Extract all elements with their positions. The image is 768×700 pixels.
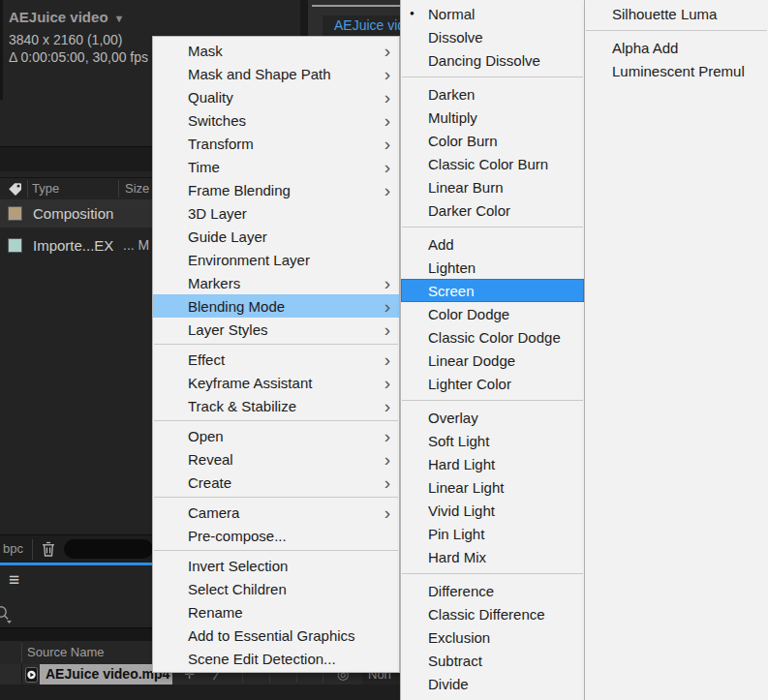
blend-item-overlay[interactable]: Overlay	[401, 406, 584, 429]
blend-item-add[interactable]: Add	[401, 232, 584, 256]
submenu-arrow-icon: ›	[384, 427, 390, 445]
menu-item-invert-selection[interactable]: Invert Selection	[153, 554, 399, 577]
project-row-type: Importe...EX	[33, 231, 113, 259]
menu-item-label: Create	[188, 474, 384, 491]
blend-item-luminescent-premul[interactable]: Luminescent Premul	[585, 59, 768, 82]
menu-item-pre-compose[interactable]: Pre-compose...	[153, 524, 399, 547]
after-effects-screenshot: AEJuice video▼ 3840 x 2160 (1,00) Δ 0:00…	[0, 0, 768, 700]
blend-item-hard-light[interactable]: Hard Light	[401, 452, 584, 475]
blend-item-multiply[interactable]: Multiply	[401, 106, 584, 129]
menu-item-markers[interactable]: Markers›	[153, 271, 399, 294]
menu-item-label: Scene Edit Detection...	[188, 651, 391, 667]
search-icon[interactable]	[0, 604, 14, 625]
blend-item-darken[interactable]: Darken	[401, 82, 584, 106]
menu-item-mask-and-shape-path[interactable]: Mask and Shape Path›	[153, 62, 399, 85]
viewer-tab[interactable]: AEJuice vid	[323, 15, 400, 36]
menu-item-label: Overlay	[428, 410, 576, 426]
hamburger-menu-icon[interactable]: ≡	[9, 569, 19, 591]
radio-dot-icon: ●	[410, 2, 415, 25]
menu-item-label: Silhouette Luma	[612, 6, 760, 22]
menu-item-scene-edit-detection[interactable]: Scene Edit Detection...	[153, 647, 399, 670]
menu-item-track-stabilize[interactable]: Track & Stabilize›	[153, 394, 399, 417]
blend-item-soft-light[interactable]: Soft Light	[401, 429, 584, 452]
trash-icon[interactable]	[41, 540, 56, 558]
blend-item-exclusion[interactable]: Exclusion	[401, 625, 584, 649]
blend-item-hard-mix[interactable]: Hard Mix	[401, 545, 584, 568]
menu-item-add-to-essential-graphics[interactable]: Add to Essential Graphics	[153, 624, 399, 647]
menu-separator	[402, 76, 583, 77]
menu-item-mask[interactable]: Mask›	[153, 39, 399, 62]
blend-item-vivid-light[interactable]: Vivid Light	[401, 499, 584, 522]
menu-item-label: Screen	[428, 283, 576, 299]
label-tag-icon[interactable]	[7, 181, 23, 198]
blend-item-subtract[interactable]: Subtract	[401, 649, 584, 672]
menu-item-label: Subtract	[428, 653, 576, 669]
menu-item-label: Reveal	[188, 451, 384, 468]
menu-item-guide-layer[interactable]: Guide Layer	[153, 225, 399, 248]
blend-item-dissolve[interactable]: Dissolve	[401, 25, 584, 48]
source-name-label: Source Name	[27, 641, 104, 664]
blend-item-classic-color-dodge[interactable]: Classic Color Dodge	[401, 325, 584, 349]
blend-item-screen[interactable]: Screen	[401, 279, 584, 302]
viewer-tab-label: AEJuice vid	[334, 17, 400, 33]
menu-item-switches[interactable]: Switches›	[153, 108, 399, 132]
blend-item-color-dodge[interactable]: Color Dodge	[401, 302, 584, 325]
blend-item-linear-burn[interactable]: Linear Burn	[401, 175, 584, 198]
submenu-arrow-icon: ›	[384, 473, 390, 492]
blend-item-lighter-color[interactable]: Lighter Color	[401, 372, 584, 395]
menu-item-layer-styles[interactable]: Layer Styles›	[153, 318, 399, 341]
blend-item-color-burn[interactable]: Color Burn	[401, 129, 584, 152]
column-divider[interactable]	[118, 180, 119, 198]
column-header-size[interactable]: Size	[125, 178, 149, 199]
menu-separator	[154, 344, 398, 345]
column-divider	[21, 643, 22, 662]
menu-item-label: Vivid Light	[428, 502, 576, 519]
menu-item-label: Keyframe Assistant	[188, 375, 384, 391]
bpc-label[interactable]: bpc	[3, 535, 23, 563]
menu-item-blending-mode[interactable]: Blending Mode›	[153, 294, 399, 318]
blend-item-divide[interactable]: Divide	[401, 672, 584, 695]
menu-item-effect[interactable]: Effect›	[153, 348, 399, 371]
menu-item-label: Alpha Add	[612, 40, 760, 56]
blend-item-linear-dodge[interactable]: Linear Dodge	[401, 349, 584, 372]
column-header-type[interactable]: Type	[32, 178, 59, 199]
menu-item-rename[interactable]: Rename	[153, 600, 399, 624]
column-divider[interactable]	[27, 180, 28, 198]
menu-item-label: Hard Light	[428, 456, 576, 472]
blend-item-linear-light[interactable]: Linear Light	[401, 475, 584, 499]
blend-item-normal[interactable]: ●Normal	[401, 2, 584, 25]
blend-item-pin-light[interactable]: Pin Light	[401, 522, 584, 545]
blend-item-darker-color[interactable]: Darker Color	[401, 198, 584, 222]
blend-item-difference[interactable]: Difference	[401, 579, 584, 602]
menu-item-create[interactable]: Create›	[153, 471, 399, 494]
blend-item-classic-difference[interactable]: Classic Difference	[401, 602, 584, 625]
menu-item-quality[interactable]: Quality›	[153, 85, 399, 108]
submenu-arrow-icon: ›	[384, 135, 390, 153]
menu-item-time[interactable]: Time›	[153, 155, 399, 178]
label-color-swatch[interactable]	[8, 206, 22, 221]
menu-item-transform[interactable]: Transform›	[153, 132, 399, 155]
menu-item-frame-blending[interactable]: Frame Blending›	[153, 178, 399, 201]
menu-item-select-children[interactable]: Select Children	[153, 577, 399, 600]
menu-item-open[interactable]: Open›	[153, 424, 399, 447]
menu-item-keyframe-assistant[interactable]: Keyframe Assistant›	[153, 371, 399, 394]
menu-item-reveal[interactable]: Reveal›	[153, 447, 399, 471]
blend-item-silhouette-luma[interactable]: Silhouette Luma	[585, 2, 768, 25]
layer-context-menu: Mask› Mask and Shape Path› Quality› Swit…	[152, 36, 400, 673]
blend-item-alpha-add[interactable]: Alpha Add	[585, 36, 768, 59]
menu-item-camera[interactable]: Camera›	[153, 501, 399, 524]
menu-separator	[154, 420, 398, 421]
composition-title[interactable]: AEJuice video▼	[9, 9, 124, 25]
menu-item-environment-layer[interactable]: Environment Layer	[153, 248, 399, 271]
menu-item-3d-layer[interactable]: 3D Layer	[153, 201, 399, 225]
menu-separator	[402, 573, 583, 574]
menu-item-label: Darken	[428, 86, 576, 103]
label-color-swatch[interactable]	[8, 238, 22, 253]
blend-item-classic-color-burn[interactable]: Classic Color Burn	[401, 152, 584, 175]
flowchart-pill-control[interactable]	[64, 539, 153, 559]
panel-drag-handle[interactable]	[312, 5, 400, 7]
menu-item-label: Dissolve	[428, 29, 576, 46]
blend-item-lighten[interactable]: Lighten	[401, 256, 584, 279]
blend-item-dancing-dissolve[interactable]: Dancing Dissolve	[401, 48, 584, 72]
menu-separator	[154, 550, 398, 551]
